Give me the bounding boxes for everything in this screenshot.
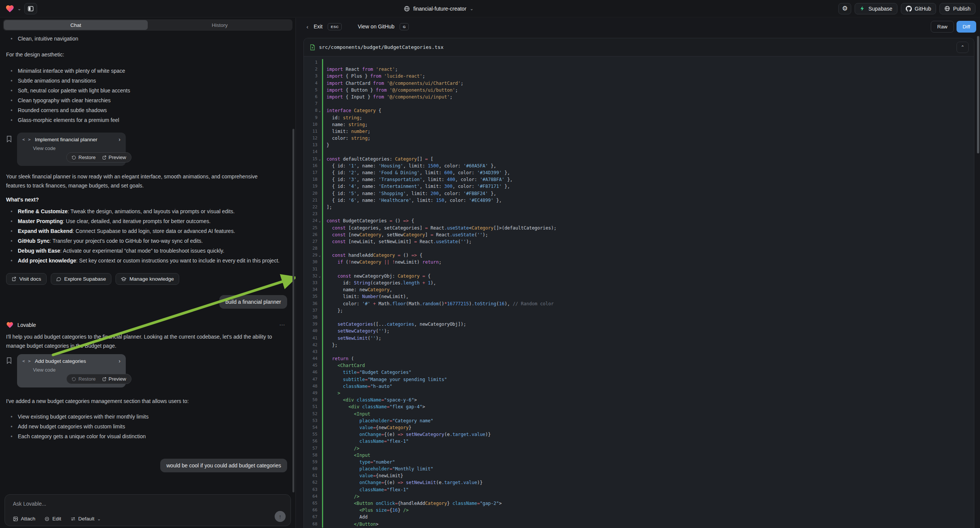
model-selector[interactable]: Default ⌄ [70, 516, 101, 522]
visit-docs-button[interactable]: Visit docs [6, 273, 46, 285]
code-line: 50 <div className="space-y-6"> [304, 396, 974, 403]
message-menu-icon[interactable]: ⋯ [279, 321, 286, 328]
diff-toggle-button[interactable]: Diff [956, 21, 976, 33]
back-chevron-icon[interactable]: ‹ [307, 24, 309, 30]
code-line: 32⌄ const newCategoryObj: Category = { [304, 273, 974, 280]
bookmark-icon[interactable] [6, 357, 12, 388]
explore-supabase-button[interactable]: Explore Supabase [51, 273, 111, 285]
user-message: would be cool if you could add budget ca… [160, 459, 287, 472]
user-message-row: would be cool if you could add budget ca… [6, 459, 290, 472]
code-line: 11 limit: number; [304, 128, 974, 135]
code-line: 42 }; [304, 342, 974, 348]
chevron-down-icon: ⌄ [97, 517, 101, 521]
list-item: Add project knowledge: Set key context o… [6, 256, 288, 266]
collapse-file-button[interactable]: ⌃ [956, 42, 969, 53]
chat-panel: Chat History Clean, intuitive navigation… [0, 18, 296, 528]
restore-preview-pill: Restore Preview [66, 374, 132, 384]
list-item: Each category gets a unique color for vi… [6, 431, 290, 441]
code-line: 55 onChange={(e) => setNewCategory(e.tar… [304, 431, 974, 438]
code-line: 57 /> [304, 445, 974, 452]
code-line: 67 Add [304, 514, 974, 520]
code-line: 25 const [categories, setCategories] = R… [304, 224, 974, 231]
tab-chat[interactable]: Chat [4, 20, 148, 30]
code-line: 33 id: String(categories.length + 1), [304, 280, 974, 286]
publish-button[interactable]: Publish [939, 3, 975, 14]
tool-card[interactable]: < > Add budget categories › View code [17, 354, 126, 388]
code-line: 54 value={newCategory} [304, 424, 974, 431]
code-line: 35 limit: Number(newLimit), [304, 293, 974, 300]
tool-card[interactable]: < > Implement financial planner › View c… [17, 132, 126, 166]
exit-button[interactable]: Exit [313, 24, 322, 30]
sidebar-toggle-button[interactable] [24, 3, 37, 14]
code-line: 8⌄interface Category { [304, 107, 974, 114]
prompt-input-box[interactable]: Ask Lovable... Attach [5, 494, 291, 526]
whats-next-heading: What's next? [6, 197, 290, 203]
code-line: 68 </Button> [304, 521, 974, 528]
code-line: 61 value={newLimit} [304, 472, 974, 479]
restore-button[interactable]: Restore [72, 154, 96, 160]
bookmark-icon[interactable] [6, 135, 12, 166]
design-bullets: Minimalist interface with plenty of whit… [6, 66, 290, 125]
attach-button[interactable]: Attach [13, 516, 35, 522]
code-line: 37 }; [304, 307, 974, 314]
code-area[interactable]: 1 2import React from 'react';3import { P… [304, 56, 974, 528]
supabase-button[interactable]: Supabase [854, 3, 897, 14]
lovable-app: ⌄ financial-future-creator ⌄ ⚙ [0, 0, 980, 528]
logo-chevron-down-icon[interactable]: ⌄ [18, 6, 21, 11]
chat-bubble-icon [56, 277, 61, 282]
code-line: 29⌄ const handleAddCategory = () => { [304, 252, 974, 259]
code-line: 40 setNewCategory(''); [304, 328, 974, 334]
arrow-up-icon: ↑ [279, 513, 282, 520]
list-item: Glass-morphic elements for a premium fee… [6, 115, 290, 125]
project-switcher[interactable]: financial-future-creator ⌄ [404, 0, 474, 17]
tool-card-implement-planner: < > Implement financial planner › View c… [6, 132, 126, 166]
code-line: 62 onChange={(e) => setNewLimit(e.target… [304, 479, 974, 486]
chevron-right-icon[interactable]: › [119, 358, 121, 364]
file-header[interactable]: src/components/budget/BudgetCategories.t… [304, 38, 974, 56]
file-added-icon [310, 44, 315, 50]
code-line: 9 id: string; [304, 115, 974, 121]
code-line: 65 <Button onClick={handleAddCategory} c… [304, 500, 974, 507]
preview-button[interactable]: Preview [102, 154, 126, 160]
tab-history[interactable]: History [148, 20, 292, 30]
list-item: Clean, intuitive navigation [6, 34, 290, 44]
file-path: src/components/budget/BudgetCategories.t… [319, 44, 444, 50]
assistant-header: Lovable ⋯ [6, 321, 290, 329]
chat-scrollbar[interactable] [293, 129, 294, 492]
list-item: Subtle animations and transitions [6, 76, 290, 86]
chat-scroll-area[interactable]: Clean, intuitive navigation For the desi… [0, 31, 296, 494]
restore-icon [72, 377, 76, 382]
whats-next-list: Refine & Customize: Tweak the design, an… [6, 207, 288, 266]
code-icon: < > [22, 359, 31, 364]
project-chevron-down-icon: ⌄ [470, 6, 474, 11]
design-heading: For the design aesthetic: [6, 50, 290, 59]
external-link-icon [11, 277, 16, 281]
code-line: 24⌄const BudgetCategories = () => { [304, 218, 974, 224]
viewer-scrollbar[interactable] [977, 36, 979, 153]
code-line: 64 /> [304, 493, 974, 500]
gear-icon: ⚙ [842, 5, 848, 13]
manage-knowledge-button[interactable]: Manage knowledge [116, 273, 179, 285]
code-line: 34 name: newCategory, [304, 286, 974, 293]
supabase-icon [859, 6, 865, 11]
edit-mode-button[interactable]: Edit [45, 516, 61, 522]
settings-button[interactable]: ⚙ [838, 3, 851, 14]
github-button[interactable]: GitHub [901, 3, 936, 14]
code-line: 23 [304, 211, 974, 218]
code-viewer-panel: ‹ Exit ESC View on GitHub G Raw Diff src… [296, 18, 980, 528]
lovable-logo-icon[interactable] [5, 4, 14, 13]
preview-button[interactable]: Preview [102, 376, 126, 382]
chevron-right-icon[interactable]: › [119, 136, 121, 142]
external-link-icon [102, 155, 107, 160]
raw-toggle-button[interactable]: Raw [931, 21, 954, 33]
code-line: 43 [304, 348, 974, 355]
list-item: Refine & Customize: Tweak the design, an… [6, 207, 288, 216]
send-button[interactable]: ↑ [275, 511, 286, 522]
code-line: 3import { Plus } from 'lucide-react'; [304, 73, 974, 80]
view-code-link[interactable]: View code [22, 145, 121, 151]
top-bar: ⌄ financial-future-creator ⌄ ⚙ [0, 0, 980, 17]
view-on-github-button[interactable]: View on GitHub [358, 24, 395, 30]
restore-preview-pill: Restore Preview [66, 152, 132, 162]
view-code-link[interactable]: View code [22, 367, 121, 373]
restore-button[interactable]: Restore [72, 376, 96, 382]
